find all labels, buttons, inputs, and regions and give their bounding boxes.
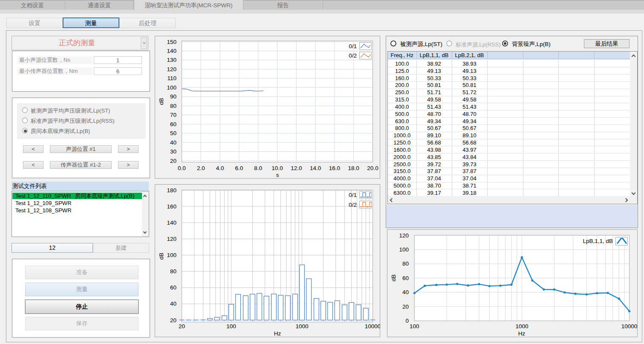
svg-text:6.0: 6.0 [235,165,243,171]
svg-text:120: 120 [399,232,409,239]
svg-text:4.0: 4.0 [216,165,224,171]
svg-text:10.0: 10.0 [271,165,283,171]
svg-text:dB: dB [158,98,165,105]
svg-text:140: 140 [167,48,176,54]
svg-text:20: 20 [179,323,185,330]
svg-text:0/2: 0/2 [349,202,357,208]
svg-text:60: 60 [170,121,176,127]
svg-text:100: 100 [399,246,409,253]
svg-text:40: 40 [170,301,176,307]
svg-text:20.0: 20.0 [367,165,378,171]
svg-text:90: 90 [170,93,176,100]
svg-text:0/1: 0/1 [349,192,357,198]
svg-text:40: 40 [402,289,409,295]
svg-text:10000: 10000 [621,323,638,330]
svg-text:0/2: 0/2 [349,52,357,59]
svg-text:100: 100 [226,323,236,330]
svg-text:150: 150 [167,39,176,45]
svg-text:120: 120 [167,66,176,72]
svg-text:1000: 1000 [295,323,308,330]
svg-text:1000: 1000 [515,323,528,330]
svg-text:40: 40 [170,139,176,146]
svg-text:0.0: 0.0 [178,165,186,171]
svg-text:100: 100 [167,252,176,258]
svg-text:20: 20 [170,158,176,164]
svg-text:100: 100 [410,323,419,330]
svg-text:dB: dB [158,253,165,260]
svg-text:140: 140 [167,220,176,226]
svg-text:14.0: 14.0 [310,165,321,171]
svg-text:20: 20 [170,317,176,324]
svg-text:s: s [276,172,279,178]
svg-text:60: 60 [402,275,409,281]
svg-text:LpB,1,1, dB: LpB,1,1, dB [583,238,613,244]
svg-text:10000: 10000 [365,323,380,330]
svg-text:130: 130 [167,57,176,63]
svg-text:Hz: Hz [518,330,526,337]
svg-text:20: 20 [402,304,409,310]
svg-text:8.0: 8.0 [254,165,262,171]
svg-text:160: 160 [167,203,176,210]
svg-text:80: 80 [170,268,176,275]
svg-text:110: 110 [167,75,176,81]
svg-text:50: 50 [170,130,176,136]
svg-text:70: 70 [170,112,176,118]
svg-text:0/1: 0/1 [349,43,357,49]
svg-text:120: 120 [167,236,176,242]
svg-text:0: 0 [405,318,409,324]
svg-text:30: 30 [170,148,176,155]
svg-text:12.0: 12.0 [291,165,302,171]
svg-text:60: 60 [170,284,176,291]
svg-text:180: 180 [167,187,176,194]
svg-text:80: 80 [170,103,176,109]
svg-text:80: 80 [402,260,409,267]
svg-text:16.0: 16.0 [329,165,340,171]
svg-text:Hz: Hz [274,330,281,337]
svg-text:100: 100 [167,84,176,91]
svg-text:18.0: 18.0 [348,165,359,171]
svg-text:2.0: 2.0 [197,165,205,171]
svg-text:dB: dB [390,275,397,282]
